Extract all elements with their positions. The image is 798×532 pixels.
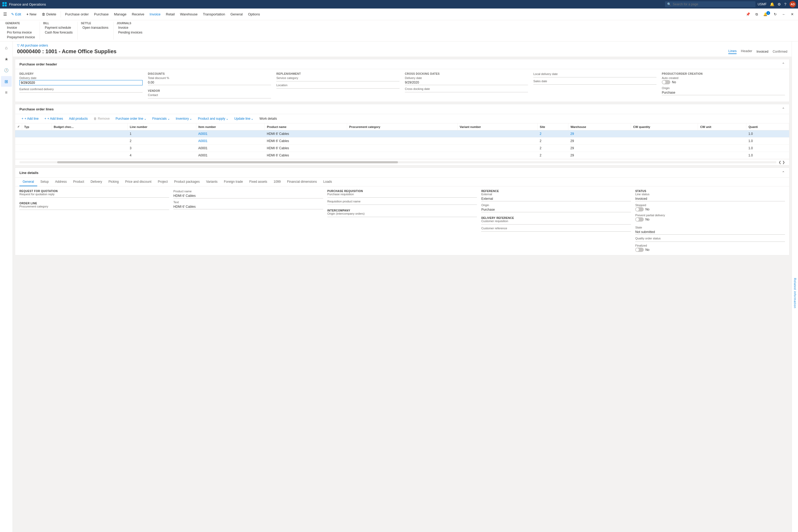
row1-warehouse[interactable]: 29 [568, 130, 631, 137]
options-tab[interactable]: Options [246, 11, 262, 18]
edit-button[interactable]: ✎ Edit [9, 11, 23, 18]
row1-site[interactable]: 2 [537, 130, 568, 137]
new-button[interactable]: + New [24, 11, 39, 18]
ribbon-invoice[interactable]: Invoice [5, 25, 36, 30]
row2-linenum: 2 [128, 137, 196, 145]
purchase-order-tab[interactable]: Purchase order [63, 11, 91, 18]
add-line-button[interactable]: + + Add line [19, 116, 41, 121]
purchase-order-line-dropdown[interactable]: Purchase order line ⌄ [114, 116, 149, 121]
tab-header[interactable]: Header [741, 49, 752, 54]
tab-fixed-assets[interactable]: Fixed assets [246, 178, 270, 186]
purchase-tab[interactable]: Purchase [92, 11, 111, 18]
tab-variants[interactable]: Variants [203, 178, 221, 186]
tab-foreign-trade[interactable]: Foreign trade [221, 178, 246, 186]
nav-workspaces[interactable]: ⊞ [1, 76, 12, 87]
filter-icon: ▽ [17, 44, 19, 48]
add-products-button[interactable]: Add products [67, 116, 90, 121]
tab-price-discount[interactable]: Price and discount [122, 178, 155, 186]
ribbon-journal-invoice[interactable]: Invoice [117, 25, 144, 30]
copy-button[interactable]: ⧉ [753, 11, 760, 18]
tab-address[interactable]: Address [52, 178, 70, 186]
avatar[interactable]: AD [790, 1, 796, 7]
search-input[interactable] [673, 2, 753, 6]
tab-delivery[interactable]: Delivery [87, 178, 105, 186]
delivery-date-input[interactable] [19, 80, 142, 86]
scroll-right-icon[interactable]: ❯ [782, 160, 785, 164]
tab-1099[interactable]: 1099 [270, 178, 284, 186]
collapse-lines-btn[interactable]: ⌃ [782, 107, 785, 111]
tab-setup[interactable]: Setup [37, 178, 52, 186]
table-row[interactable]: 3 A0001 HDMI 6' Cables 2 29 1.0 [15, 145, 789, 152]
notification-button[interactable]: 🔔1 [761, 11, 771, 18]
tab-financial-dimensions[interactable]: Financial dimensions [284, 178, 320, 186]
refresh-button[interactable]: ↻ [772, 11, 779, 18]
collapse-purchase-btn[interactable]: ⌃ [782, 62, 785, 66]
auto-created-toggle-track[interactable] [662, 80, 670, 84]
retail-tab[interactable]: Retail [164, 11, 177, 18]
row1-itemnum[interactable]: A0001 [196, 130, 265, 137]
table-row[interactable]: 1 A0001 HDMI 6' Cables 2 29 1.0 [15, 130, 789, 137]
delete-button[interactable]: 🗑 Delete [40, 11, 58, 18]
tab-product[interactable]: Product [70, 178, 87, 186]
tab-product-packages[interactable]: Product packages [171, 178, 203, 186]
status-state-group: STATUS Line status Invoiced Stopped No P… [635, 190, 785, 252]
hamburger-icon[interactable]: ☰ [2, 11, 8, 18]
general-tab[interactable]: General [228, 11, 245, 18]
nav-favorites[interactable]: ★ [1, 54, 12, 64]
invoice-tab[interactable]: Invoice [147, 11, 163, 18]
financials-dropdown[interactable]: Financials ⌄ [150, 116, 172, 121]
tab-loads[interactable]: Loads [320, 178, 335, 186]
add-lines-button[interactable]: + + Add lines [42, 116, 65, 121]
warehouse-tab[interactable]: Warehouse [178, 11, 200, 18]
help-icon[interactable]: ? [784, 2, 786, 6]
tab-project[interactable]: Project [155, 178, 171, 186]
quality-order-status-label: Quality order status [635, 237, 785, 240]
table-row[interactable]: 4 A0001 HDMI 6' Cables 2 29 1.0 [15, 152, 789, 159]
product-supply-dropdown[interactable]: Product and supply ⌄ [196, 116, 231, 121]
ribbon-cashflow[interactable]: Cash flow forecasts [43, 30, 74, 35]
pinned-button[interactable]: 📌 [744, 11, 752, 18]
work-details-button[interactable]: Work details [257, 116, 279, 121]
ribbon-pending-invoices[interactable]: Pending invoices [117, 30, 144, 35]
vendor-contact-field: Contact [148, 93, 271, 98]
right-panel[interactable]: Related information [792, 41, 798, 532]
bell-icon[interactable]: 🔔 [770, 2, 774, 6]
update-line-dropdown[interactable]: Update line ⌄ [232, 116, 256, 121]
breadcrumb[interactable]: ▽ All purchase orders [17, 44, 787, 48]
tab-lines[interactable]: Lines [728, 49, 737, 54]
prevent-partial-toggle-track[interactable] [635, 217, 644, 222]
manage-tab[interactable]: Manage [112, 11, 129, 18]
finalized-toggle-track[interactable] [635, 248, 644, 252]
receive-tab[interactable]: Receive [130, 11, 146, 18]
nav-recent[interactable]: 🕐 [1, 65, 12, 76]
tab-general[interactable]: General [19, 178, 37, 186]
section-header-lines[interactable]: Purchase order lines ⌃ [15, 104, 789, 114]
close-button[interactable]: ✕ [789, 11, 796, 18]
scroll-left-icon[interactable]: ❮ [779, 160, 781, 164]
section-header-purchase[interactable]: Purchase order header ⌃ [15, 59, 789, 69]
back-nav-button[interactable]: ← [780, 11, 787, 18]
table-row[interactable]: 2 A0001 HDMI 6' Cables 2 29 1.0 [15, 137, 789, 145]
col-site-header: Site [537, 124, 568, 130]
horizontal-scrollbar[interactable] [19, 161, 776, 163]
nav-home[interactable]: ⌂ [1, 42, 12, 53]
ribbon-settle-items: Open transactions [81, 25, 110, 30]
inventory-dropdown[interactable]: Inventory ⌄ [174, 116, 194, 121]
stopped-toggle-label: No [645, 208, 649, 211]
remove-button[interactable]: 🗑 Remove [92, 116, 112, 121]
gear-icon[interactable]: ⚙ [778, 2, 781, 6]
ribbon-prepayment[interactable]: Prepayment invoice [5, 35, 36, 40]
prevent-partial-toggle-label: No [645, 217, 649, 221]
row2-itemnum[interactable]: A0001 [196, 137, 265, 145]
stopped-toggle-track[interactable] [635, 207, 644, 211]
transportation-tab[interactable]: Transportation [201, 11, 227, 18]
section-header-line-details[interactable]: Line details ⌃ [15, 168, 789, 178]
nav-modules[interactable]: ≡ [1, 87, 12, 98]
search-bar[interactable]: 🔍 [665, 1, 756, 7]
ribbon-proforma[interactable]: Pro forma invoice [5, 30, 36, 35]
cross-docking-delivery-value: 9/29/2020 [405, 80, 528, 85]
ribbon-payment-schedule[interactable]: Payment schedule [43, 25, 74, 30]
collapse-line-details-btn[interactable]: ⌃ [782, 171, 785, 175]
tab-picking[interactable]: Picking [105, 178, 122, 186]
ribbon-open-transactions[interactable]: Open transactions [81, 25, 110, 30]
